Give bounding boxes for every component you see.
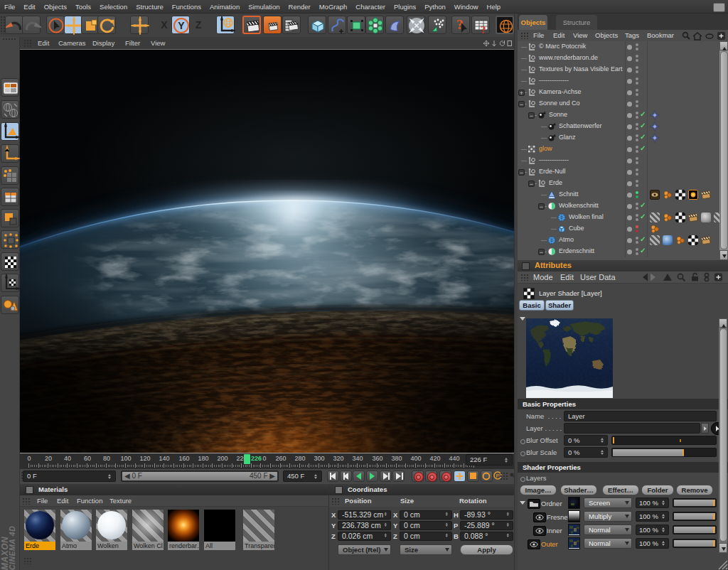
svg-text:Z: Z <box>196 19 202 31</box>
svg-text:P: P <box>496 473 500 479</box>
svg-text:Y: Y <box>178 20 185 31</box>
svg-text:X: X <box>161 19 168 31</box>
svg-text:?: ? <box>481 24 486 35</box>
